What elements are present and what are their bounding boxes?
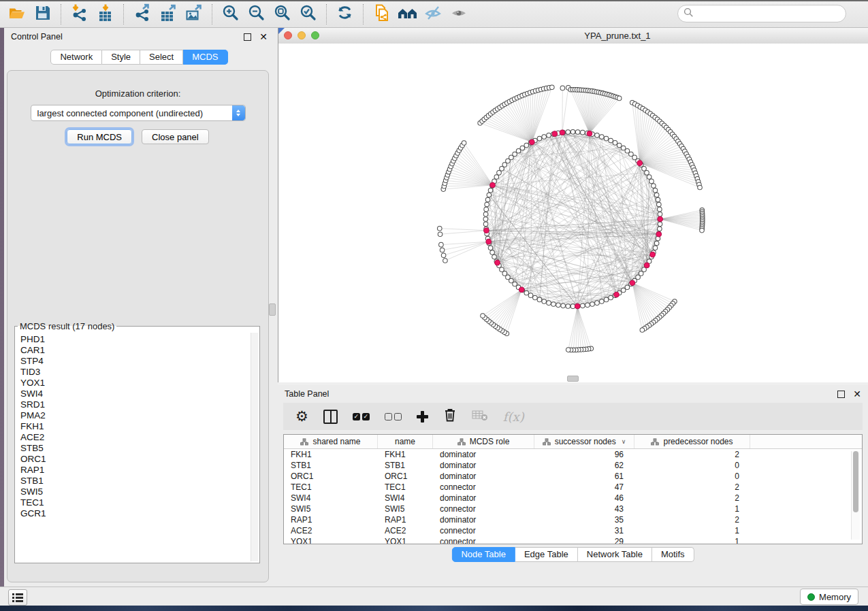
float-panel-icon[interactable] <box>244 33 251 41</box>
graph-node[interactable] <box>437 226 442 231</box>
zoom-selected-button[interactable] <box>295 3 321 25</box>
table-cell[interactable]: 1 <box>634 537 750 544</box>
graph-node[interactable] <box>537 297 542 302</box>
graph-node[interactable] <box>625 149 630 154</box>
table-cell[interactable]: 0 <box>634 472 750 481</box>
table-cell[interactable]: connector <box>433 537 534 544</box>
mcds-result-item[interactable]: CAR1 <box>20 345 251 356</box>
table-row[interactable]: RAP1RAP1dominator352 <box>284 514 862 525</box>
table-cell[interactable]: 96 <box>534 450 634 459</box>
show-columns-icon[interactable] <box>323 410 338 424</box>
graph-node[interactable] <box>502 271 507 276</box>
graph-node[interactable] <box>617 143 622 148</box>
graph-node[interactable] <box>590 302 595 307</box>
graph-node[interactable] <box>629 152 634 156</box>
table-cell[interactable]: 35 <box>534 515 634 525</box>
graph-mcds-node[interactable] <box>495 260 500 265</box>
table-cell[interactable]: SWI5 <box>284 504 378 514</box>
graph-node[interactable] <box>658 227 662 231</box>
table-cell[interactable]: ACE2 <box>378 526 433 535</box>
table-cell[interactable]: STB1 <box>378 461 433 470</box>
table-row[interactable]: FKH1FKH1dominator962 <box>284 449 862 460</box>
export-table-button[interactable] <box>155 3 181 25</box>
table-cell[interactable]: ACE2 <box>284 526 378 535</box>
select-all-columns-icon[interactable]: ✓✓ <box>353 413 370 420</box>
table-cell[interactable]: TEC1 <box>378 482 433 492</box>
graph-node[interactable] <box>502 163 507 167</box>
graph-node[interactable] <box>658 207 662 212</box>
table-row[interactable]: ACE2ACE2connector311 <box>284 525 862 536</box>
run-mcds-button[interactable]: Run MCDS <box>67 129 132 144</box>
graph-node[interactable] <box>632 155 637 160</box>
table-cell[interactable]: SWI5 <box>378 504 433 514</box>
mcds-result-item[interactable]: ACE2 <box>20 432 251 443</box>
zoom-fit-button[interactable] <box>270 3 295 25</box>
graph-node[interactable] <box>595 301 600 306</box>
graph-node[interactable] <box>462 141 466 146</box>
mcds-result-item[interactable]: PHD1 <box>20 334 251 345</box>
column-header[interactable]: MCDS role <box>433 435 534 448</box>
table-cell[interactable]: 43 <box>534 504 634 514</box>
horizontal-splitter-handle[interactable] <box>567 376 579 382</box>
graph-node[interactable] <box>654 193 659 197</box>
graph-mcds-node[interactable] <box>614 292 620 297</box>
graph-node[interactable] <box>483 212 488 217</box>
graph-node[interactable] <box>581 303 585 308</box>
node-table-body[interactable]: FKH1FKH1dominator962STB1STB1dominator620… <box>284 449 862 544</box>
show-log-button[interactable] <box>8 589 27 606</box>
tab-edge-table[interactable]: Edge Table <box>515 547 578 562</box>
graph-node[interactable] <box>649 179 654 184</box>
graph-node[interactable] <box>640 328 645 333</box>
graph-node[interactable] <box>556 303 561 308</box>
tab-select[interactable]: Select <box>140 50 183 65</box>
graph-mcds-node[interactable] <box>637 161 643 166</box>
graph-node[interactable] <box>516 149 521 154</box>
graph-node[interactable] <box>654 241 659 246</box>
graph-node[interactable] <box>497 171 502 176</box>
graph-mcds-node[interactable] <box>552 131 558 137</box>
graph-mcds-node[interactable] <box>530 139 535 145</box>
graph-node[interactable] <box>542 135 547 139</box>
graph-mcds-node[interactable] <box>560 130 565 135</box>
table-cell[interactable]: 46 <box>534 493 634 503</box>
graph-node[interactable] <box>549 85 554 90</box>
float-panel-icon[interactable] <box>837 391 845 398</box>
import-table-button[interactable] <box>93 3 118 25</box>
close-window-icon[interactable] <box>284 31 292 39</box>
table-cell[interactable]: ORC1 <box>284 472 378 481</box>
mcds-result-item[interactable]: SWI4 <box>20 389 251 399</box>
table-cell[interactable]: 1 <box>634 504 750 514</box>
table-row[interactable]: STB1STB1dominator620 <box>284 460 862 471</box>
table-scrollbar[interactable] <box>851 451 860 540</box>
table-cell[interactable]: connector <box>433 482 534 492</box>
refresh-layout-button[interactable] <box>332 3 358 25</box>
column-header[interactable]: shared name <box>284 435 378 448</box>
table-cell[interactable]: 31 <box>534 526 634 535</box>
tab-style[interactable]: Style <box>102 50 140 65</box>
graph-node[interactable] <box>438 232 443 237</box>
table-scrollbar-thumb[interactable] <box>853 451 858 512</box>
graph-node[interactable] <box>617 96 622 101</box>
mcds-list-scrollbar[interactable] <box>251 333 258 561</box>
graph-node[interactable] <box>481 314 485 318</box>
graph-node[interactable] <box>485 202 489 207</box>
graph-mcds-node[interactable] <box>486 239 492 244</box>
graph-node[interactable] <box>547 301 551 306</box>
graph-node[interactable] <box>500 167 504 171</box>
table-row[interactable]: TEC1TEC1connector472 <box>284 482 862 493</box>
table-cell[interactable]: 2 <box>634 515 750 525</box>
zoom-in-button[interactable] <box>218 3 244 25</box>
graph-node[interactable] <box>551 302 556 307</box>
graph-node[interactable] <box>698 185 703 190</box>
table-cell[interactable]: TEC1 <box>284 482 378 492</box>
table-cell[interactable]: 2 <box>634 493 750 503</box>
table-cell[interactable]: connector <box>433 526 534 535</box>
mcds-result-item[interactable]: SWI5 <box>20 486 251 497</box>
add-column-icon[interactable] <box>417 411 428 423</box>
graph-node[interactable] <box>609 295 613 300</box>
network-graph[interactable] <box>278 44 868 382</box>
graph-node[interactable] <box>566 348 570 352</box>
graph-node[interactable] <box>566 304 570 309</box>
graph-node[interactable] <box>604 136 609 141</box>
graph-node[interactable] <box>440 248 445 252</box>
